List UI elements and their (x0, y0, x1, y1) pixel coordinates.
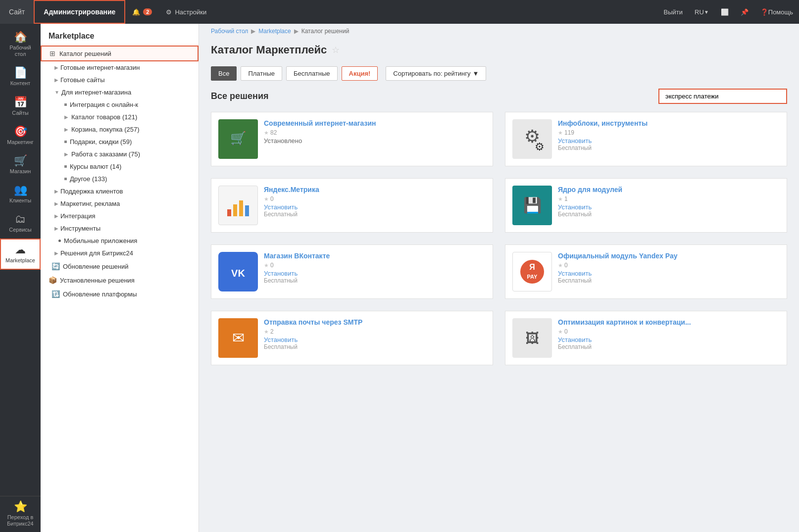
logout-label: Выйти (664, 8, 683, 16)
solution-action-infoblocks[interactable]: Установить (558, 137, 780, 145)
nav-tools[interactable]: ▶ Инструменты (41, 222, 199, 235)
sidebar-item-bitrix24[interactable]: ⭐ Переход в Битрикс24 (0, 496, 41, 532)
solution-thumb-smtp: ✉ (218, 318, 258, 358)
favorite-icon[interactable]: ☆ (332, 45, 340, 55)
pin-button[interactable]: 📌 (735, 0, 754, 24)
nav-basket[interactable]: ▶ Корзина, покупка (257) (41, 123, 199, 136)
nav-marketing-adv[interactable]: ▶ Маркетинг, реклама (41, 197, 199, 210)
notification-icon: 🔔 (132, 8, 140, 16)
solution-name-yandex-metrika[interactable]: Яндекс.Метрика (264, 186, 486, 193)
sidebar-item-content[interactable]: 📄 Контент (0, 62, 41, 92)
arrow-right-icon9: ▶ (54, 226, 58, 231)
section-title: Все решения (211, 91, 268, 101)
sort-button[interactable]: Сортировать по: рейтингу ▼ (386, 66, 486, 81)
yandex-pay-thumb-icon: Я PAY (515, 257, 549, 287)
nav-update-solutions[interactable]: 🔄 Обновление решений (41, 259, 199, 273)
site-tab[interactable]: Сайт (0, 0, 34, 24)
nav-orders[interactable]: ▶ Работа с заказами (75) (41, 148, 199, 160)
nav-currency[interactable]: Курсы валют (14) (41, 160, 199, 173)
solution-name-yandex-pay[interactable]: Официальный модуль Yandex Pay (558, 252, 780, 260)
solution-price-core-modules: Бесплатный (558, 211, 780, 218)
services-icon: 🗂 (15, 214, 26, 225)
nav-for-shop[interactable]: ▼ Для интернет-магазина (41, 86, 199, 98)
sidebar-item-marketing[interactable]: 🎯 Маркетинг (0, 121, 41, 150)
svg-text:✉: ✉ (232, 330, 245, 346)
nav-catalog-label: Каталог решений (59, 50, 111, 57)
breadcrumb: Рабочий стол ▶ Marketplace ▶ Каталог реш… (199, 24, 799, 39)
solution-price-image-opt: Бесплатный (558, 343, 780, 350)
breadcrumb-marketplace[interactable]: Marketplace (258, 28, 291, 35)
arrow-right-icon10: ▶ (54, 250, 58, 256)
filter-paid-button[interactable]: Платные (241, 66, 282, 81)
nav-other-label: Другое (133) (70, 175, 107, 183)
nav-catalog-solutions[interactable]: ⊞ Каталог решений (41, 46, 199, 61)
nav-for-shop-label: Для интернет-магазина (61, 89, 131, 96)
logout-button[interactable]: Выйти (658, 0, 689, 24)
nav-ready-sites-label: Готовые сайты (60, 76, 105, 84)
nav-ready-shops-label: Готовые интернет-магазин (60, 64, 140, 71)
language-selector[interactable]: RU ▼ (689, 0, 715, 24)
solution-name-smtp[interactable]: Отправка почты через SMTP (264, 318, 486, 326)
nav-currency-label: Курсы валют (14) (70, 163, 121, 170)
nav-integration-online[interactable]: Интеграция с онлайн-к (41, 98, 199, 111)
solution-action-image-opt[interactable]: Установить (558, 336, 780, 343)
solution-action-core-modules[interactable]: Установить (558, 203, 780, 211)
breadcrumb-sep2: ▶ (294, 28, 299, 35)
nav-installed[interactable]: 📦 Установленные решения (41, 273, 199, 287)
solution-card-image-opt: 🖼 Оптимизация картинок и конвертаци... ★… (505, 311, 787, 365)
solutions-grid: 🛒 Современный интернет-магазин ★ 82 Уста… (211, 112, 787, 365)
bullet-icon4 (64, 178, 67, 180)
nav-update-platform[interactable]: 🔃 Обновление платформы (41, 287, 199, 301)
solution-thumb-image-opt: 🖼 (512, 318, 552, 358)
nav-product-catalog[interactable]: ▶ Каталог товаров (121) (41, 111, 199, 123)
solution-rating-yandex-metrika: ★ 0 (264, 195, 486, 202)
breadcrumb-dashboard[interactable]: Рабочий стол (211, 28, 248, 35)
filter-free-button[interactable]: Бесплатные (286, 66, 338, 81)
nav-gifts[interactable]: Подарки, скидки (59) (41, 136, 199, 148)
sidebar-item-sites[interactable]: 📅 Сайты (0, 92, 41, 121)
filter-all-button[interactable]: Все (211, 66, 237, 81)
help-button[interactable]: ❓ Помощь (754, 0, 799, 24)
sidebar-item-label-clients: Клиенты (9, 197, 31, 204)
nav-bitrix24-solutions[interactable]: ▶ Решения для Битрикс24 (41, 247, 199, 259)
star-icon: ★ (264, 130, 269, 136)
screen-button[interactable]: ⬜ (715, 0, 735, 24)
solution-thumb-core-modules: 💾 (512, 186, 552, 225)
sidebar-item-dashboard[interactable]: 🏠 Рабочий стол (0, 27, 41, 62)
nav-ready-sites[interactable]: ▶ Готовые сайты (41, 74, 199, 86)
sidebar-item-marketplace[interactable]: ☁ Marketplace (0, 239, 41, 270)
solution-name-modern-shop[interactable]: Современный интернет-магазин (264, 119, 486, 127)
solution-price-yandex-metrika: Бесплатный (264, 211, 486, 218)
content-icon: 📄 (14, 67, 27, 78)
pin-icon: 📌 (741, 8, 749, 16)
solution-action-smtp[interactable]: Установить (264, 336, 486, 343)
solution-price-vk-shop: Бесплатный (264, 277, 486, 284)
solution-name-vk-shop[interactable]: Магазин ВКонтакте (264, 252, 486, 260)
sidebar-item-shop[interactable]: 🛒 Магазин (0, 150, 41, 180)
sidebar-item-clients[interactable]: 👥 Клиенты (0, 180, 41, 209)
search-input[interactable] (658, 89, 787, 104)
admin-tab[interactable]: Администрирование (34, 0, 125, 24)
nav-integration[interactable]: ▶ Интеграция (41, 210, 199, 222)
solution-name-core-modules[interactable]: Ядро для модулей (558, 186, 780, 193)
solution-name-image-opt[interactable]: Оптимизация картинок и конвертаци... (558, 318, 780, 326)
rating-value5: 0 (270, 262, 274, 269)
solution-price-yandex-pay: Бесплатный (558, 277, 780, 284)
notifications-button[interactable]: 🔔 2 (125, 0, 159, 24)
settings-button[interactable]: ⚙ Настройки (159, 0, 213, 24)
sidebar-item-services[interactable]: 🗂 Сервисы (0, 209, 41, 238)
solution-action-yandex-metrika[interactable]: Установить (264, 203, 486, 211)
nav-other[interactable]: Другое (133) (41, 173, 199, 185)
nav-support[interactable]: ▶ Поддержка клиентов (41, 185, 199, 197)
solution-action-yandex-pay[interactable]: Установить (558, 270, 780, 277)
filter-promo-button[interactable]: Акция! (342, 66, 378, 81)
nav-mobile[interactable]: Мобильные приложения (41, 235, 199, 247)
nav-marketing-adv-label: Маркетинг, реклама (60, 200, 120, 207)
star-icon6: ★ (558, 262, 563, 269)
nav-ready-shops[interactable]: ▶ Готовые интернет-магазин (41, 61, 199, 74)
solution-name-infoblocks[interactable]: Инфоблоки, инструменты (558, 119, 780, 127)
rating-value3: 0 (270, 195, 274, 202)
nav-tools-label: Инструменты (60, 225, 100, 232)
solution-action-vk-shop[interactable]: Установить (264, 270, 486, 277)
main-content: Рабочий стол ▶ Marketplace ▶ Каталог реш… (199, 24, 799, 532)
